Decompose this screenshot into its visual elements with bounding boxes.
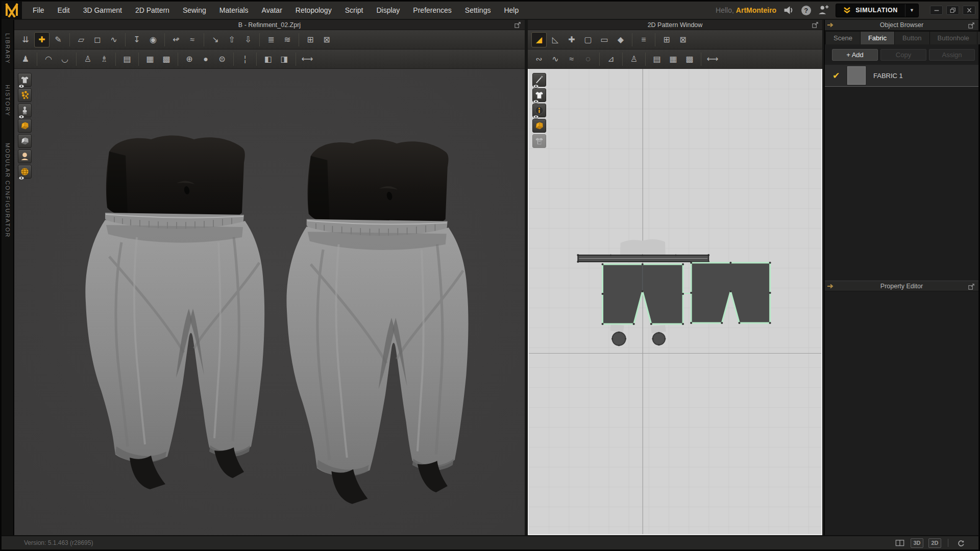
- menu-display[interactable]: Display: [370, 2, 406, 19]
- menu-materials[interactable]: Materials: [213, 2, 255, 19]
- measure-icon[interactable]: ⟷: [300, 52, 315, 67]
- segment-sewing-icon[interactable]: ∾: [531, 52, 547, 67]
- menu-settings[interactable]: Settings: [458, 2, 498, 19]
- edit-texture-icon[interactable]: ▦: [142, 52, 158, 67]
- tab-t[interactable]: T: [977, 32, 980, 44]
- show-fabric-texture-toggle[interactable]: [532, 119, 546, 133]
- show-skin-toggle[interactable]: [18, 149, 32, 163]
- restore-button[interactable]: [946, 6, 959, 15]
- popout-icon[interactable]: [812, 21, 819, 29]
- mn-sewing-icon[interactable]: ≈: [564, 52, 579, 67]
- pleats-icon[interactable]: ≡: [636, 32, 651, 47]
- remesh-icon[interactable]: ⊠: [675, 32, 691, 47]
- steam-iron-icon[interactable]: ⊿: [603, 52, 619, 67]
- drape-garment-icon[interactable]: ⇩: [240, 32, 256, 47]
- create-rectangle-icon[interactable]: ▭: [597, 32, 612, 47]
- fabric-swatch[interactable]: [847, 66, 866, 85]
- tab-buttonhole[interactable]: Buttonhole: [930, 32, 977, 44]
- 3d-scene[interactable]: [14, 69, 525, 535]
- popout-icon[interactable]: [968, 283, 975, 290]
- menu-edit[interactable]: Edit: [51, 2, 77, 19]
- menu-avatar[interactable]: Avatar: [255, 2, 289, 19]
- fabric-roll-icon[interactable]: ▤: [119, 52, 135, 67]
- close-button[interactable]: [963, 6, 975, 15]
- create-polygon-icon[interactable]: ▢: [580, 32, 596, 47]
- edit-curvature-icon[interactable]: ∿: [106, 32, 121, 47]
- split-view-button[interactable]: [894, 538, 905, 548]
- canvas-2d[interactable]: [528, 69, 822, 535]
- edit-pattern-icon[interactable]: ◺: [548, 32, 563, 47]
- show-avatar-toggle[interactable]: [18, 104, 32, 117]
- measure-icon[interactable]: ⟷: [705, 52, 720, 67]
- tab-fabric[interactable]: Fabric: [861, 32, 894, 44]
- topstitch-icon[interactable]: ≋: [280, 32, 295, 47]
- shirt-texture-icon[interactable]: ▩: [159, 52, 174, 67]
- shirt-texture-icon[interactable]: ▩: [682, 52, 697, 67]
- show-garment-toggle[interactable]: [18, 73, 32, 87]
- fabric-roll-icon[interactable]: ▤: [649, 52, 665, 67]
- minimize-button[interactable]: [930, 6, 943, 15]
- free-sewing-icon[interactable]: ≈: [185, 32, 200, 47]
- 3d-view-button[interactable]: 3D: [911, 538, 923, 548]
- tab-button[interactable]: Button: [895, 32, 929, 44]
- sound-icon[interactable]: [782, 4, 795, 16]
- menu-2d-pattern[interactable]: 2D Pattern: [129, 2, 176, 19]
- simulate-icon[interactable]: ⇊: [18, 32, 33, 47]
- fold-arrangement-icon[interactable]: ↘: [208, 32, 223, 47]
- avatar-walk-icon[interactable]: ♟: [18, 52, 33, 67]
- select-move-icon[interactable]: ✚: [34, 32, 50, 47]
- tape-avatar-icon[interactable]: ◠: [41, 52, 56, 67]
- show-environment-toggle[interactable]: [18, 165, 32, 179]
- menu-retopology[interactable]: Retopology: [289, 2, 338, 19]
- select-curve-icon[interactable]: ✎: [51, 32, 66, 47]
- popout-icon[interactable]: [968, 21, 975, 29]
- transform-pattern-icon[interactable]: ▱: [74, 32, 89, 47]
- menu-file[interactable]: File: [26, 2, 51, 19]
- dart-icon[interactable]: ◆: [613, 32, 628, 47]
- trim-right-icon[interactable]: ◨: [277, 52, 292, 67]
- add-point-icon[interactable]: ✚: [564, 32, 579, 47]
- show-pattern-info-toggle[interactable]: [532, 104, 546, 117]
- canvas-3d[interactable]: [14, 69, 525, 535]
- show-silhouette-toggle[interactable]: [532, 88, 546, 102]
- 2d-pattern-scene[interactable]: [529, 69, 821, 534]
- show-pattern-toggle[interactable]: [18, 134, 32, 148]
- show-garment-icon[interactable]: ♙: [626, 52, 642, 67]
- checkmark-icon[interactable]: ✔: [825, 70, 847, 81]
- fit-avatar-icon[interactable]: ♙: [80, 52, 95, 67]
- sync-view-button[interactable]: [955, 538, 966, 548]
- edit-sewing-icon[interactable]: ↫: [168, 32, 184, 47]
- simulation-dropdown[interactable]: ▼: [905, 4, 918, 17]
- rail-tab-history[interactable]: HISTORY: [5, 85, 11, 117]
- rail-tab-modular-configurator[interactable]: MODULAR CONFIGURATOR: [5, 143, 11, 238]
- menu-script[interactable]: Script: [338, 2, 370, 19]
- show-pins-toggle[interactable]: [532, 73, 546, 87]
- user-name[interactable]: ArtMonteiro: [736, 6, 776, 14]
- rail-tab-library[interactable]: LIBRARY: [5, 33, 11, 64]
- edit-texture-icon[interactable]: ▦: [666, 52, 681, 67]
- zipper-icon[interactable]: ¦: [237, 52, 253, 67]
- popout-icon[interactable]: [514, 21, 522, 29]
- attach-tape-icon[interactable]: ◡: [57, 52, 72, 67]
- pattern-piece-waistband[interactable]: [577, 254, 709, 263]
- quad-mesh-icon[interactable]: ⊞: [303, 32, 318, 47]
- lock-pattern-toggle[interactable]: [532, 134, 546, 148]
- attach-button-icon[interactable]: ●: [198, 52, 213, 67]
- add-avatar-icon[interactable]: [817, 4, 829, 16]
- 2d-view-button[interactable]: 2D: [928, 538, 941, 548]
- inspect-sewing-icon[interactable]: ◌: [580, 52, 596, 67]
- fabric-list-item[interactable]: ✔FABRIC 1: [825, 65, 978, 87]
- show-fabric-toggle[interactable]: [18, 119, 32, 133]
- help-icon[interactable]: ?: [800, 4, 812, 16]
- select-button-icon[interactable]: ⊕: [182, 52, 197, 67]
- add-button[interactable]: + Add: [832, 49, 878, 61]
- simulation-button[interactable]: SIMULATION: [836, 4, 905, 17]
- pin-icon[interactable]: ↧: [129, 32, 144, 47]
- menu-sewing[interactable]: Sewing: [176, 2, 213, 19]
- tab-scene[interactable]: Scene: [826, 32, 860, 44]
- menu-help[interactable]: Help: [497, 2, 525, 19]
- stitch-icon[interactable]: ≣: [263, 32, 279, 47]
- menu-preferences[interactable]: Preferences: [406, 2, 458, 19]
- triangulate-mesh-icon[interactable]: ⊠: [319, 32, 334, 47]
- grain-grid-icon[interactable]: ⊞: [659, 32, 674, 47]
